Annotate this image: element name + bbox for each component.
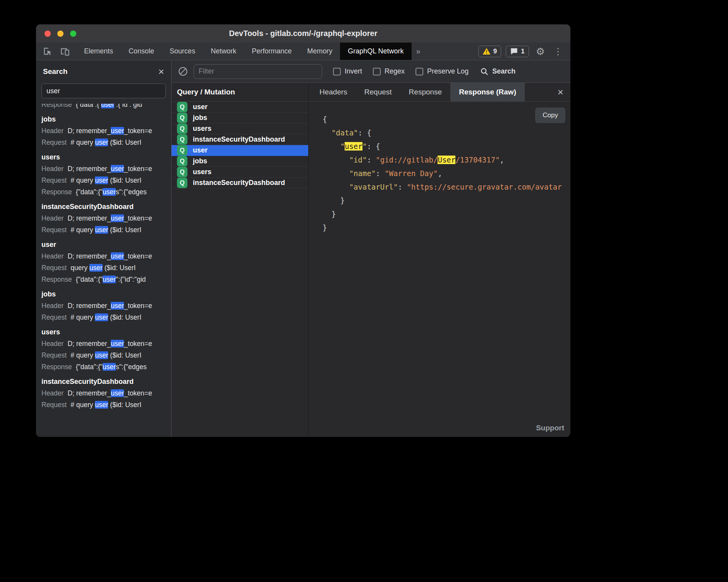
response-tab-headers[interactable]: Headers — [311, 83, 356, 101]
more-tabs-icon[interactable]: » — [412, 43, 425, 60]
search-result-line-label: Response — [41, 274, 72, 285]
search-result-line[interactable]: Response{ data :{ user :{ id : gid — [41, 104, 166, 110]
search-result-line[interactable]: HeaderD; remember_user_token=e — [41, 163, 166, 175]
network-column: InvertRegexPreserve Log Search Query / M… — [172, 60, 570, 437]
response-close-icon[interactable]: × — [551, 87, 570, 97]
warning-icon — [482, 48, 491, 55]
search-result-line-label: Request — [41, 349, 67, 361]
messages-badge[interactable]: 1 — [506, 46, 529, 57]
checkbox-preserve-log[interactable]: Preserve Log — [416, 67, 469, 75]
search-result-line[interactable]: Request# query user ($id: UserI — [41, 399, 166, 411]
search-result-line-label: Request — [41, 399, 67, 411]
minimize-traffic-light[interactable] — [57, 31, 64, 37]
search-result-line[interactable]: Requestquery user ($id: UserI — [41, 262, 166, 274]
device-toolbar-icon[interactable] — [60, 46, 70, 56]
search-result-line[interactable]: Request# query user ($id: UserI — [41, 175, 166, 186]
close-traffic-light[interactable] — [45, 31, 51, 37]
checkbox-box-regex[interactable] — [373, 68, 381, 75]
query-type-badge: Q — [177, 167, 187, 177]
warning-count: 9 — [493, 48, 497, 55]
query-list-item[interactable]: QinstanceSecurityDashboard — [172, 178, 308, 188]
search-result-group-title[interactable]: jobs — [41, 288, 166, 300]
devtools-tab-memory[interactable]: Memory — [299, 43, 340, 60]
search-result-line[interactable]: HeaderD; remember_user_token=e — [41, 250, 166, 262]
search-match-highlight: user — [111, 214, 124, 222]
search-result-group-title[interactable]: users — [41, 326, 166, 338]
search-result-line-text: # query user ($id: UserI — [70, 399, 141, 411]
response-panel: HeadersRequestResponseResponse (Raw) × {… — [309, 83, 570, 437]
search-result-line[interactable]: HeaderD; remember_user_token=e — [41, 300, 166, 312]
devtools-tab-console[interactable]: Console — [121, 43, 162, 60]
filter-input[interactable] — [194, 64, 322, 79]
checkbox-invert[interactable]: Invert — [333, 67, 362, 75]
search-result-line[interactable]: HeaderD; remember_user_token=e — [41, 338, 166, 349]
kebab-menu-icon[interactable]: ⋮ — [552, 47, 564, 56]
query-list-item[interactable]: Qusers — [172, 123, 308, 134]
settings-gear-icon[interactable]: ⚙ — [534, 46, 547, 56]
query-list-item[interactable]: Quser — [172, 102, 308, 113]
response-tab-request[interactable]: Request — [356, 83, 400, 101]
search-result-line[interactable]: Request# query user ($id: UserI — [41, 224, 166, 236]
search-result-line[interactable]: Request# query user ($id: UserI — [41, 349, 166, 361]
mid-right: Query / Mutation QuserQjobsQusersQinstan… — [172, 83, 570, 437]
search-result-line-label: Header — [41, 163, 64, 175]
checkbox-box-invert[interactable] — [333, 68, 341, 75]
response-tab-response[interactable]: Response — [400, 83, 451, 101]
response-tab-response-raw[interactable]: Response (Raw) — [450, 83, 525, 101]
window-title: DevTools - gitlab.com/-/graphql-explorer — [229, 29, 377, 38]
search-result-line-text: # query user ($id: UserI — [70, 224, 141, 236]
search-match-highlight: user — [111, 165, 124, 173]
search-result-group-title[interactable]: instanceSecurityDashboard — [41, 376, 166, 387]
search-result-line[interactable]: HeaderD; remember_user_token=e — [41, 387, 166, 399]
query-list-item[interactable]: Qusers — [172, 167, 308, 178]
search-result-line[interactable]: Request# query user ($id: UserI — [41, 312, 166, 323]
checkbox-box-preserve-log[interactable] — [416, 68, 423, 75]
search-result-group-title[interactable]: users — [41, 151, 166, 163]
search-match-highlight: user — [103, 276, 116, 283]
inspect-element-icon[interactable] — [42, 46, 53, 56]
search-result-line[interactable]: Response{"data":{"users":{"edges — [41, 186, 166, 198]
json-line: "id": "gid://gitlab/User/13704317", — [323, 153, 570, 167]
search-result-line[interactable]: HeaderD; remember_user_token=e — [41, 125, 166, 137]
search-result-line[interactable]: Response{"data":{"users":{"edges — [41, 361, 166, 373]
devtools-tab-graphql-network[interactable]: GraphQL Network — [340, 43, 411, 60]
search-result-line[interactable]: Response{"data":{"user":{"id":"gid — [41, 274, 166, 285]
search-toggle-button[interactable]: Search — [480, 67, 515, 76]
search-result-group-title[interactable]: user — [41, 239, 166, 250]
copy-button[interactable]: Copy — [535, 108, 565, 123]
devtools-tab-elements[interactable]: Elements — [76, 43, 121, 60]
search-result-group-title[interactable]: jobs — [41, 113, 166, 125]
search-result-line-label: Request — [41, 262, 67, 274]
checkbox-label-invert: Invert — [345, 67, 362, 75]
search-result-line[interactable]: HeaderD; remember_user_token=e — [41, 212, 166, 224]
search-input[interactable] — [41, 84, 166, 98]
search-result-line-text: D; remember_user_token=e — [67, 212, 152, 224]
query-type-badge: Q — [177, 113, 187, 123]
checkbox-regex[interactable]: Regex — [373, 67, 405, 75]
query-list-item[interactable]: Quser — [172, 145, 308, 156]
query-list-item[interactable]: QinstanceSecurityDashboard — [172, 134, 308, 145]
response-tabs: HeadersRequestResponseResponse (Raw) — [311, 83, 525, 101]
search-result-group-title[interactable]: instanceSecurityDashboard — [41, 201, 166, 212]
search-result-line-label: Header — [41, 250, 64, 262]
devtools-tab-network[interactable]: Network — [203, 43, 244, 60]
query-list-item[interactable]: Qjobs — [172, 113, 308, 123]
clear-icon[interactable] — [178, 66, 188, 77]
traffic-lights — [45, 31, 76, 37]
zoom-traffic-light[interactable] — [70, 31, 76, 37]
query-list-item-label: instanceSecurityDashboard — [193, 179, 285, 187]
search-toggle-label: Search — [492, 67, 515, 75]
titlebar[interactable]: DevTools - gitlab.com/-/graphql-explorer — [36, 24, 570, 43]
query-list-item[interactable]: Qjobs — [172, 156, 308, 167]
search-close-icon[interactable]: × — [158, 67, 164, 77]
search-result-line[interactable]: Request# query user ($id: UserI — [41, 137, 166, 148]
network-filter-bar: InvertRegexPreserve Log Search — [172, 60, 570, 83]
filter-checkboxes: InvertRegexPreserve Log — [322, 67, 469, 75]
search-match-highlight: user — [95, 226, 108, 234]
search-result-line-text: {"data":{"user":{"id":"gid — [76, 274, 146, 285]
support-link[interactable]: Support — [536, 424, 564, 432]
search-result-line-text: {"data":{"users":{"edges — [76, 186, 147, 198]
devtools-tab-sources[interactable]: Sources — [162, 43, 203, 60]
warnings-badge[interactable]: 9 — [478, 46, 501, 57]
devtools-tab-performance[interactable]: Performance — [244, 43, 299, 60]
